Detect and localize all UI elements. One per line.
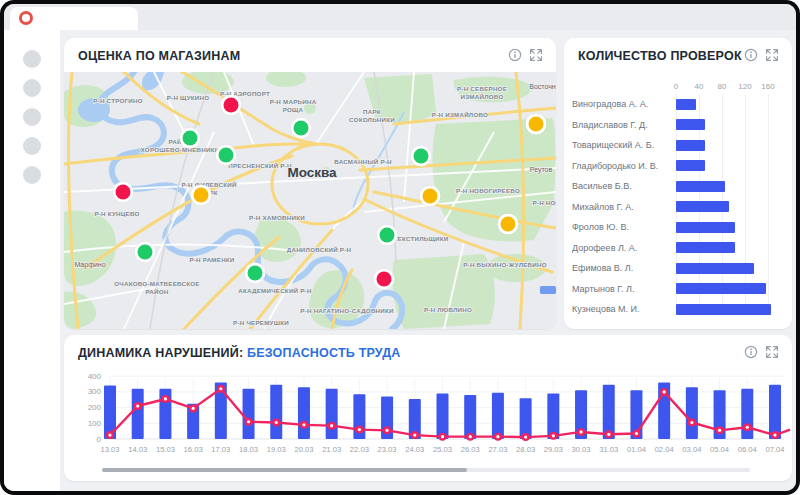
store-marker-green[interactable]	[216, 145, 237, 166]
date-label: 14.03	[128, 445, 147, 454]
date-label: 30.03	[572, 445, 591, 454]
sidebar-nav	[4, 30, 60, 491]
chart-scrollbar-track[interactable]	[102, 468, 750, 472]
violations-bar	[686, 387, 698, 439]
store-marker-green[interactable]	[411, 146, 432, 167]
marker-dot	[183, 131, 198, 146]
date-label: 03.04	[682, 445, 701, 454]
browser-tab[interactable]	[10, 7, 138, 30]
violations-bar	[298, 387, 310, 439]
store-marker-yellow[interactable]	[526, 114, 547, 135]
date-label: 29.03	[544, 445, 563, 454]
checks-panel-title: КОЛИЧЕСТВО ПРОВЕРОК	[578, 49, 742, 63]
store-marker-yellow[interactable]	[191, 185, 212, 206]
window-chrome: ОЦЕНКА ПО МАГАЗИНАМ	[4, 4, 796, 491]
map-panel-title: ОЦЕНКА ПО МАГАЗИНАМ	[78, 49, 240, 63]
info-icon[interactable]	[744, 48, 758, 62]
violations-bar	[520, 398, 532, 439]
violations-bar	[464, 395, 476, 439]
checks-bar	[676, 160, 705, 171]
x-axis-tick: 40	[695, 82, 704, 91]
store-marker-green[interactable]	[291, 118, 312, 139]
line-point-center	[108, 433, 111, 436]
info-icon[interactable]	[744, 345, 758, 359]
line-point-center	[579, 430, 582, 433]
line-point-center	[192, 407, 195, 410]
store-marker-yellow[interactable]	[420, 186, 441, 207]
checks-bar	[676, 201, 729, 212]
inspector-name: Гладибородько И. В.	[572, 161, 676, 171]
inspector-name: Кузнецова М. И.	[572, 304, 676, 314]
map-district-label: Р-Н КУНЦЕВО	[94, 210, 139, 217]
app-logo-icon	[19, 11, 33, 25]
line-point-center	[718, 429, 721, 432]
inspector-name: Товарищеский А. Б.	[572, 140, 676, 150]
info-icon[interactable]	[508, 48, 522, 62]
store-marker-green[interactable]	[135, 242, 156, 263]
store-marker-green[interactable]	[180, 128, 201, 149]
marker-dot	[138, 245, 153, 260]
map-district-label: Р-Н НОВОКОСИНО	[532, 199, 556, 206]
map-district-label: АКАДЕМИЧЕСКИЙ Р-Н	[238, 287, 312, 294]
map-district-label: Р-Н НАГАТИНО-САДОВНИКИ	[300, 307, 394, 314]
line-point-center	[496, 435, 499, 438]
line-point-center	[773, 433, 776, 436]
line-point-center	[746, 426, 749, 429]
chart-scrollbar-thumb[interactable]	[102, 468, 467, 472]
y-axis-tick: 400	[88, 372, 102, 381]
date-label: 01.04	[627, 445, 646, 454]
store-marker-red[interactable]	[374, 269, 395, 290]
marker-dot	[116, 185, 131, 200]
line-point-center	[275, 421, 278, 424]
violations-bar	[769, 385, 781, 439]
moscow-map[interactable]: Р-Н СТРОГИНОР-Н ЩУКИНОР-Н АЭРОПОРТР-Н МА…	[64, 72, 556, 329]
date-label: 24.03	[405, 445, 424, 454]
inspector-row: Владиславов Г. Д.	[572, 115, 784, 135]
store-marker-green[interactable]	[245, 263, 266, 284]
store-marker-red[interactable]	[113, 182, 134, 203]
expand-icon[interactable]	[765, 48, 779, 62]
map-district-label: ИЗМАЙЛОВО	[461, 93, 504, 100]
inspector-row: Васильев Б.В.	[572, 176, 784, 196]
sidebar-nav-icon-3[interactable]	[23, 108, 41, 126]
marker-dot	[248, 266, 263, 281]
x-axis-tick: 80	[718, 82, 727, 91]
line-point-center	[635, 432, 638, 435]
inspector-name: Мартынов Г. Л.	[572, 284, 676, 294]
date-label: 16.03	[184, 445, 203, 454]
sidebar-nav-icon-5[interactable]	[23, 166, 41, 184]
store-marker-red[interactable]	[221, 95, 242, 116]
sidebar-nav-icon-2[interactable]	[23, 79, 41, 97]
date-label: 25.03	[433, 445, 452, 454]
inspector-name: Васильев Б.В.	[572, 181, 676, 191]
map-district-label: Р-Н СЕВЕРНОЕ	[457, 85, 507, 92]
marker-dot	[194, 188, 209, 203]
line-point-center	[552, 434, 555, 437]
inspector-row: Гладибородько И. В.	[572, 156, 784, 176]
expand-icon[interactable]	[529, 48, 543, 62]
date-label: 27.03	[488, 445, 507, 454]
map-district-label: Р-Н ФИЛЕВСКИЙ	[181, 181, 236, 188]
violations-bar	[243, 389, 255, 439]
line-point-center	[663, 390, 666, 393]
line-point-center	[469, 435, 472, 438]
store-marker-green[interactable]	[377, 225, 398, 246]
y-axis-tick: 0	[97, 435, 102, 444]
store-marker-yellow[interactable]	[498, 214, 519, 235]
violations-bar	[741, 389, 753, 439]
date-label: 02.04	[655, 445, 674, 454]
line-point-center	[358, 428, 361, 431]
map-district-label: Р-Н ХАМОВНИКИ	[249, 214, 305, 221]
violations-bar	[492, 393, 504, 439]
expand-icon[interactable]	[765, 345, 779, 359]
inspector-name: Фролов Ю. В.	[572, 222, 676, 232]
sidebar-nav-icon-1[interactable]	[23, 50, 41, 68]
violations-bar	[436, 393, 448, 439]
inspector-row: Виноградова А. А.	[572, 94, 784, 114]
map-district-label: Р-Н ВЫХИНО-ЖУЛЕБИНО	[463, 261, 547, 268]
sidebar-nav-icon-4[interactable]	[23, 137, 41, 155]
date-label: 26.03	[461, 445, 480, 454]
map-district-label: Р-Н НОВОГИРЕЕВО	[456, 187, 520, 194]
checks-bar	[676, 283, 766, 294]
map-district-label: Р-Н ЩУКИНО	[167, 94, 210, 101]
